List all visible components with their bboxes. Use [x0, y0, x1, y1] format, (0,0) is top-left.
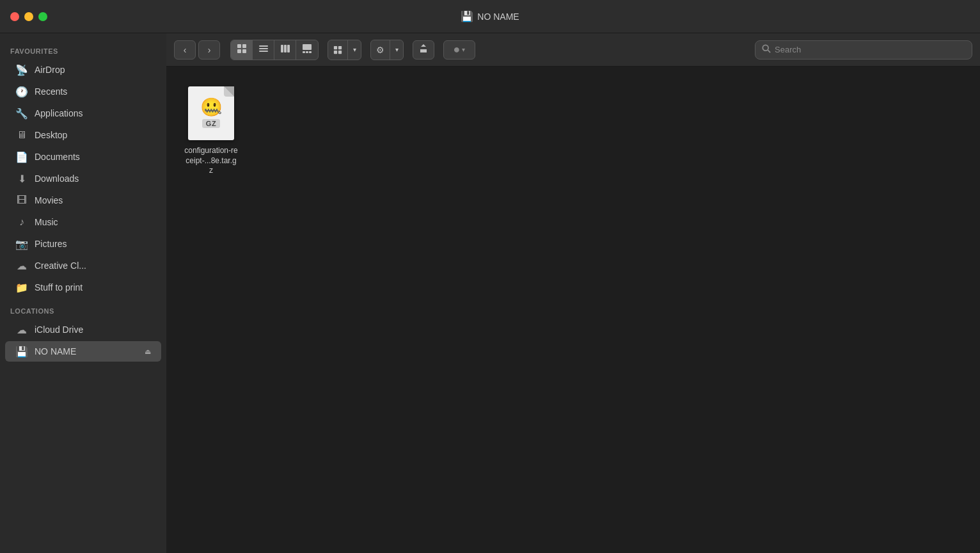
back-button[interactable]: ‹ — [174, 40, 196, 60]
view-options-dropdown: ▾ — [328, 40, 361, 60]
sidebar-item-movies[interactable]: 🎞 Movies — [5, 190, 161, 211]
columns-view-icon — [280, 44, 290, 56]
sidebar-label-documents: Documents — [35, 152, 80, 162]
grid-dropdown-icon — [333, 45, 342, 54]
view-dropdown-arrow[interactable]: ▾ — [348, 40, 361, 60]
desktop-icon: 🖥 — [15, 129, 28, 141]
sidebar: Favourites 📡 AirDrop 🕐 Recents 🔧 Applica… — [0, 33, 166, 553]
svg-line-19 — [768, 50, 770, 52]
eject-icon[interactable]: ⏏ — [145, 348, 151, 356]
view-icon-grid-button[interactable] — [231, 40, 253, 60]
svg-rect-4 — [259, 45, 268, 47]
sidebar-item-pictures[interactable]: 📷 Pictures — [5, 234, 161, 254]
sidebar-label-icloud-drive: iCloud Drive — [35, 325, 83, 335]
documents-icon: 📄 — [15, 150, 28, 163]
sidebar-item-applications[interactable]: 🔧 Applications — [5, 103, 161, 124]
sidebar-label-creative-cloud: Creative Cl... — [35, 260, 86, 271]
sidebar-item-recents[interactable]: 🕐 Recents — [5, 81, 161, 102]
window-controls — [10, 12, 47, 21]
sidebar-label-no-name: NO NAME — [35, 346, 76, 357]
toolbar: ‹ › — [166, 33, 980, 67]
airdrop-icon: 📡 — [15, 63, 28, 76]
svg-rect-14 — [334, 45, 337, 49]
minimize-button[interactable] — [24, 12, 33, 21]
gear-dropdown: ⚙ ▾ — [370, 40, 404, 60]
sidebar-label-desktop: Desktop — [35, 130, 67, 140]
sidebar-label-music: Music — [35, 217, 58, 227]
svg-rect-12 — [306, 51, 308, 53]
file-item-gz[interactable]: 🤐 GZ configuration-receipt-...8e.tar.gz — [179, 79, 243, 181]
sidebar-label-airdrop: AirDrop — [35, 65, 65, 75]
icloud-drive-icon: ☁ — [15, 323, 28, 336]
view-gallery-button[interactable] — [296, 40, 318, 60]
forward-icon: › — [208, 45, 211, 55]
sidebar-item-icloud-drive[interactable]: ☁ iCloud Drive — [5, 319, 161, 340]
window-title: 💾 NO NAME — [461, 10, 519, 22]
tag-button[interactable]: ● ▾ — [443, 40, 475, 60]
title-text: NO NAME — [477, 12, 519, 22]
stuff-to-print-icon: 📁 — [15, 281, 28, 294]
zipper-icon: 🤐 — [200, 97, 223, 118]
svg-rect-15 — [338, 45, 342, 49]
gz-file-icon: 🤐 GZ — [188, 86, 234, 140]
svg-rect-17 — [338, 50, 342, 53]
view-dropdown-button[interactable] — [328, 40, 347, 60]
title-bar: 💾 NO NAME — [0, 0, 980, 33]
recents-icon: 🕐 — [15, 85, 28, 98]
downloads-icon: ⬇ — [15, 172, 28, 185]
svg-rect-0 — [237, 44, 241, 48]
svg-rect-7 — [281, 45, 283, 52]
maximize-button[interactable] — [38, 12, 47, 21]
applications-icon: 🔧 — [15, 107, 28, 120]
search-bar[interactable] — [755, 40, 972, 60]
share-button[interactable] — [413, 40, 434, 60]
file-name-gz: configuration-receipt-...8e.tar.gz — [184, 146, 238, 176]
sidebar-item-documents[interactable]: 📄 Documents — [5, 147, 161, 167]
file-icon-container: 🤐 GZ — [186, 84, 237, 142]
gear-dropdown-arrow[interactable]: ▾ — [390, 40, 403, 60]
tag-dot-icon: ● — [454, 43, 461, 56]
view-list-button[interactable] — [253, 40, 274, 60]
gz-type-label: GZ — [202, 119, 220, 128]
movies-icon: 🎞 — [15, 194, 28, 207]
sidebar-item-no-name[interactable]: 💾 NO NAME ⏏ — [5, 341, 161, 362]
list-view-icon — [258, 44, 269, 56]
gz-fold — [224, 86, 234, 97]
svg-rect-10 — [303, 44, 312, 50]
sidebar-item-music[interactable]: ♪ Music — [5, 212, 161, 232]
sidebar-label-recents: Recents — [35, 86, 67, 97]
svg-rect-8 — [284, 45, 287, 52]
sidebar-item-downloads[interactable]: ⬇ Downloads — [5, 168, 161, 189]
sidebar-label-downloads: Downloads — [35, 173, 79, 184]
sidebar-item-stuff-to-print[interactable]: 📁 Stuff to print — [5, 277, 161, 298]
sidebar-label-applications: Applications — [35, 108, 83, 118]
gear-button[interactable]: ⚙ — [371, 40, 390, 60]
file-grid: 🤐 GZ configuration-receipt-...8e.tar.gz — [166, 67, 980, 553]
svg-rect-11 — [303, 51, 305, 53]
music-icon: ♪ — [15, 216, 28, 228]
svg-rect-1 — [242, 44, 246, 48]
nav-buttons: ‹ › — [174, 40, 220, 60]
sidebar-label-pictures: Pictures — [35, 239, 67, 249]
close-button[interactable] — [10, 12, 19, 21]
share-icon — [418, 44, 429, 56]
view-columns-button[interactable] — [274, 40, 296, 60]
svg-rect-5 — [259, 48, 268, 49]
favourites-header: Favourites — [0, 38, 166, 59]
search-input[interactable] — [775, 45, 965, 54]
sidebar-item-creative-cloud[interactable]: ☁ Creative Cl... — [5, 255, 161, 276]
main-layout: Favourites 📡 AirDrop 🕐 Recents 🔧 Applica… — [0, 33, 980, 553]
svg-rect-3 — [242, 49, 246, 53]
svg-rect-16 — [334, 50, 337, 53]
svg-rect-9 — [287, 45, 290, 52]
search-icon — [762, 44, 771, 55]
drive-title-icon: 💾 — [461, 10, 473, 22]
forward-button[interactable]: › — [198, 40, 220, 60]
grid-view-icon — [237, 44, 247, 56]
sidebar-label-stuff-to-print: Stuff to print — [35, 282, 83, 293]
back-icon: ‹ — [184, 45, 187, 55]
sidebar-item-airdrop[interactable]: 📡 AirDrop — [5, 60, 161, 80]
svg-rect-13 — [309, 51, 312, 53]
creative-cloud-icon: ☁ — [15, 259, 28, 272]
sidebar-item-desktop[interactable]: 🖥 Desktop — [5, 125, 161, 145]
